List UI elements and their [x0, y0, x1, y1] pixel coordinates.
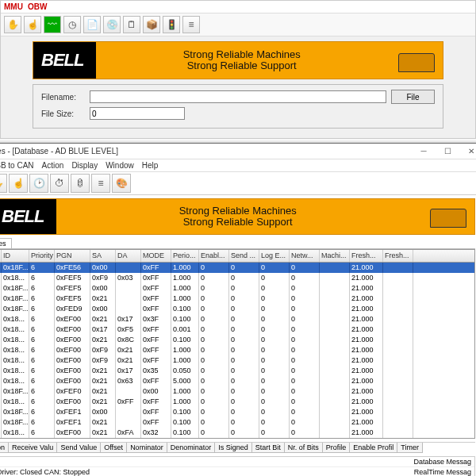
- col-send[interactable]: Send ...: [229, 250, 259, 262]
- menu-window[interactable]: Window: [106, 161, 134, 170]
- tool-database-icon[interactable]: 🛢: [71, 174, 90, 193]
- col-machine[interactable]: Machi...: [320, 250, 350, 262]
- filename-input[interactable]: [90, 90, 386, 103]
- menu-obw[interactable]: OBW: [28, 2, 47, 11]
- table-row[interactable]: 0x18...60xEF000x210xFA0x320.100000021.00…: [0, 428, 474, 438]
- table-row[interactable]: 0x18...60xEF000x170xF50xFF0.001000021.00…: [0, 324, 474, 335]
- cell-fresh2: [383, 397, 413, 407]
- tool-edit-icon[interactable]: 🗒: [123, 16, 140, 33]
- table-row[interactable]: 0x18...60xEF000x210x170x350.050000021.00…: [0, 366, 474, 376]
- filesize-label: File Size:: [41, 109, 85, 118]
- cell-send: 0: [229, 263, 259, 273]
- tool-package-icon[interactable]: 📦: [143, 16, 160, 33]
- cell-fresh2: [383, 355, 413, 366]
- tool-database-icon[interactable]: ≡: [182, 16, 200, 33]
- tool-disc-icon[interactable]: 💿: [103, 16, 121, 33]
- cell-enabl: 0: [199, 428, 229, 438]
- tool-point-icon[interactable]: ☝: [9, 174, 28, 193]
- col-sa[interactable]: SA: [90, 250, 116, 262]
- lower-tab[interactable]: Nominator: [126, 443, 167, 453]
- col-fresh2[interactable]: Fresh...: [383, 250, 413, 262]
- cell-sa: 0x21: [90, 314, 116, 324]
- table-row[interactable]: 0x18F...60xFEF50x210xFF1.000000021.000: [0, 294, 474, 304]
- col-period[interactable]: Perio...: [171, 250, 199, 262]
- table-row[interactable]: 0x18...60xFEF50xF90x030xFF1.000000021.00…: [0, 273, 474, 283]
- tool-hands-icon[interactable]: ✋: [0, 174, 7, 193]
- tab-es[interactable]: es: [0, 238, 12, 248]
- col-id[interactable]: ID: [2, 250, 29, 262]
- menu-display[interactable]: Display: [71, 161, 98, 170]
- close-button[interactable]: ✕: [459, 144, 476, 159]
- tool-gauge-icon[interactable]: ◷: [63, 16, 81, 33]
- col-enable[interactable]: Enabl...: [199, 250, 229, 262]
- cell-pgn: 0xEF00: [55, 428, 90, 438]
- cell-loge: 0: [259, 366, 290, 376]
- cell-pri: 6: [29, 304, 55, 314]
- cell-enabl: 0: [199, 397, 229, 407]
- col-fresh[interactable]: Fresh...: [350, 250, 383, 262]
- table-row[interactable]: 0x18F...60xFEF50x000xFF1.000000021.000: [0, 283, 474, 294]
- truck-icon: [387, 42, 443, 79]
- col-priority[interactable]: Priority: [29, 250, 55, 262]
- lower-tab[interactable]: Profile: [322, 443, 351, 453]
- tool-list-icon[interactable]: ≡: [91, 174, 110, 193]
- table-row[interactable]: 0x18F...60xFEF00x210x001.000000021.000: [0, 386, 474, 397]
- tool-traffic-icon[interactable]: 🚦: [163, 16, 180, 33]
- table-row[interactable]: 0x18...60xEF000x210x8C0xFF0.100000021.00…: [0, 335, 474, 345]
- cell-perio: 0.100: [171, 335, 199, 345]
- menu-usb-to-can[interactable]: USB to CAN: [0, 161, 34, 170]
- table-row[interactable]: 0x18F...60xFE560x000xFF1.000000021.000: [0, 263, 474, 273]
- table-row[interactable]: 0x18...60xEF000xF90x210xFF1.000000021.00…: [0, 355, 474, 366]
- maximize-button[interactable]: ☐: [436, 144, 459, 159]
- table-row[interactable]: 0x18F...60xFEF10x000xFF0.100000021.000: [0, 407, 474, 417]
- lower-tab[interactable]: Start Bit: [251, 443, 285, 453]
- cell-mode: 0x32: [141, 428, 171, 438]
- lower-tab[interactable]: Denominator: [167, 443, 216, 453]
- tool-color-icon[interactable]: 🎨: [112, 174, 131, 193]
- col-pgn[interactable]: PGN: [55, 250, 90, 262]
- minimize-button[interactable]: ─: [412, 144, 436, 159]
- cell-da: 0x63: [116, 376, 141, 386]
- menu-help[interactable]: Help: [142, 161, 159, 170]
- lower-tab[interactable]: Nr. of Bits: [284, 443, 323, 453]
- cell-fresh: 21.000: [350, 376, 383, 386]
- table-row[interactable]: 0x18...60xEF000x210x170x3F0.100000021.00…: [0, 314, 474, 324]
- lower-tab[interactable]: Send Value: [56, 443, 101, 453]
- lower-tab[interactable]: Enable Profil: [349, 443, 397, 453]
- tool-doc-icon[interactable]: 📄: [83, 16, 101, 33]
- cell-pgn: 0xEF00: [55, 366, 90, 376]
- cell-loge: 0: [259, 428, 290, 438]
- tool-hands-icon[interactable]: ✋: [4, 16, 21, 33]
- col-da[interactable]: DA: [116, 250, 141, 262]
- lower-tab[interactable]: Is Signed: [214, 443, 252, 453]
- cell-loge: 0: [259, 417, 290, 428]
- cell-netw: 0: [290, 407, 320, 417]
- menu-mmu[interactable]: MMU: [4, 2, 23, 11]
- table-row[interactable]: 0x18F...60xFED90x000xFF0.100000021.000: [0, 304, 474, 314]
- file-button[interactable]: File: [391, 90, 435, 104]
- cell-da: 0xF5: [116, 324, 141, 335]
- tool-point-icon[interactable]: ☝: [24, 16, 41, 33]
- lower-tab[interactable]: Receive Valu: [8, 443, 57, 453]
- lower-tab[interactable]: Offset: [100, 443, 127, 453]
- tool-chart-icon[interactable]: 〰: [44, 16, 61, 33]
- cell-pgn: 0xFEF5: [55, 283, 90, 294]
- table-row[interactable]: 0x18...60xEF000xF90x210xFF1.000000021.00…: [0, 345, 474, 355]
- cell-fresh: 21.000: [350, 335, 383, 345]
- cell-pri: 6: [29, 335, 55, 345]
- cell-netw: 0: [290, 335, 320, 345]
- tool-stopwatch-icon[interactable]: ⏱: [50, 174, 69, 193]
- col-log[interactable]: Log E...: [259, 250, 290, 262]
- filesize-input[interactable]: [90, 107, 185, 120]
- table-row[interactable]: 0x18...60xEF000x210x630xFF5.000000021.00…: [0, 376, 474, 386]
- table-row[interactable]: 0x18...60xEF000x210xFF0xFF1.000000021.00…: [0, 397, 474, 407]
- tool-clock-icon[interactable]: 🕑: [29, 174, 48, 193]
- cell-id: 0x18F...: [2, 283, 29, 294]
- col-mode[interactable]: MODE: [141, 250, 171, 262]
- cell-da: 0xFF: [116, 397, 141, 407]
- lower-tab[interactable]: Timer: [397, 443, 423, 453]
- table-row[interactable]: 0x18F...60xFEF10x210xFF0.100000021.000: [0, 417, 474, 428]
- data-grid[interactable]: ID Priority PGN SA DA MODE Perio... Enab…: [0, 249, 475, 439]
- col-network[interactable]: Netw...: [290, 250, 320, 262]
- menu-action[interactable]: Action: [42, 161, 64, 170]
